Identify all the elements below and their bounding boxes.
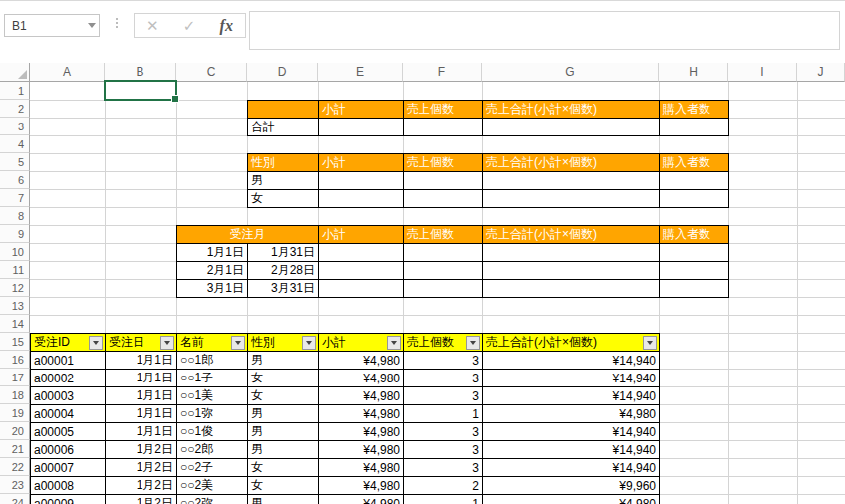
orders-header-cell[interactable]: 売上合計(小計×個数) (482, 333, 660, 352)
name-box-dropdown-icon[interactable] (88, 23, 96, 28)
orders-cell[interactable]: ○○1郎 (176, 351, 248, 370)
month-value-cell[interactable] (318, 243, 404, 262)
orders-header-cell[interactable]: 受注ID (30, 333, 106, 352)
row-header-22[interactable]: 22 (0, 458, 30, 476)
column-header-F[interactable]: F (403, 63, 482, 82)
month-value-cell[interactable] (482, 243, 660, 262)
month-header-cell[interactable]: 小計 (318, 225, 404, 244)
orders-cell[interactable]: 男 (247, 404, 319, 423)
orders-cell[interactable]: a00009 (30, 494, 106, 504)
orders-cell[interactable]: ¥4,980 (318, 422, 404, 441)
row-header-17[interactable]: 17 (0, 369, 30, 386)
orders-cell[interactable]: a00008 (30, 476, 106, 495)
orders-cell[interactable]: 1 (403, 494, 483, 504)
row-header-14[interactable]: 14 (0, 315, 30, 333)
orders-cell[interactable]: 2 (403, 476, 483, 495)
month-value-cell[interactable] (659, 279, 729, 298)
row-header-6[interactable]: 6 (0, 171, 30, 189)
totals-value-cell[interactable] (659, 118, 729, 136)
orders-cell[interactable]: 男 (247, 351, 319, 370)
filter-button[interactable] (302, 336, 316, 350)
row-header-16[interactable]: 16 (0, 351, 30, 369)
orders-cell[interactable]: ¥4,980 (318, 351, 404, 370)
row-header-19[interactable]: 19 (0, 404, 30, 422)
orders-cell[interactable]: ¥4,980 (318, 458, 404, 477)
row-header-1[interactable]: 1 (0, 82, 30, 100)
orders-cell[interactable]: 男 (247, 440, 319, 459)
row-header-18[interactable]: 18 (0, 386, 30, 404)
month-value-cell[interactable] (659, 243, 729, 262)
orders-cell[interactable]: ¥4,980 (318, 404, 404, 423)
totals-header-cell[interactable]: 購入者数 (659, 100, 729, 119)
filter-button[interactable] (231, 336, 245, 350)
month-start-cell[interactable]: 1月1日 (176, 243, 248, 262)
selected-cell-outline[interactable] (104, 80, 177, 101)
enter-icon[interactable]: ✓ (183, 18, 196, 33)
orders-cell[interactable]: a00005 (30, 422, 106, 441)
row-header-10[interactable]: 10 (0, 243, 30, 261)
orders-cell[interactable]: ○○1美 (176, 386, 248, 405)
row-header-24[interactable]: 24 (0, 494, 30, 504)
totals-header-cell[interactable] (247, 100, 319, 119)
orders-cell[interactable]: 3 (403, 458, 483, 477)
totals-row-label-cell[interactable]: 合計 (247, 118, 319, 136)
select-all-corner[interactable] (0, 63, 30, 82)
gender-row-label-cell[interactable]: 男 (247, 171, 319, 190)
gender-value-cell[interactable] (318, 189, 404, 208)
gender-value-cell[interactable] (659, 171, 729, 190)
gender-row-label-cell[interactable]: 女 (247, 189, 319, 208)
month-end-cell[interactable]: 3月31日 (247, 279, 319, 298)
orders-cell[interactable]: a00004 (30, 404, 106, 423)
orders-cell[interactable]: 1月2日 (105, 476, 177, 495)
column-header-G[interactable]: G (482, 63, 659, 82)
orders-cell[interactable]: 女 (247, 369, 319, 387)
row-header-4[interactable]: 4 (0, 135, 30, 153)
orders-header-cell[interactable]: 小計 (318, 333, 404, 352)
gender-value-cell[interactable] (482, 189, 660, 208)
orders-cell[interactable]: 3 (403, 351, 483, 370)
orders-cell[interactable]: a00001 (30, 351, 106, 370)
orders-cell[interactable]: ○○2郎 (176, 440, 248, 459)
orders-cell[interactable]: ¥4,980 (318, 476, 404, 495)
cancel-icon[interactable]: ✕ (146, 18, 159, 33)
orders-cell[interactable]: ¥14,940 (482, 440, 660, 459)
month-start-cell[interactable]: 3月1日 (176, 279, 248, 298)
gender-value-cell[interactable] (318, 171, 404, 190)
column-header-A[interactable]: A (30, 63, 105, 82)
orders-cell[interactable]: ¥9,960 (482, 476, 660, 495)
row-header-20[interactable]: 20 (0, 422, 30, 440)
orders-cell[interactable]: 1 (403, 404, 483, 423)
orders-cell[interactable]: ○○1俊 (176, 422, 248, 441)
filter-button[interactable] (89, 336, 103, 350)
gender-header-cell[interactable]: 小計 (318, 153, 404, 172)
orders-cell[interactable]: a00003 (30, 386, 106, 405)
orders-cell[interactable]: ¥14,940 (482, 351, 660, 370)
row-header-8[interactable]: 8 (0, 207, 30, 225)
gender-value-cell[interactable] (482, 171, 660, 190)
formula-bar-input[interactable] (249, 11, 840, 50)
row-header-12[interactable]: 12 (0, 279, 30, 297)
gender-value-cell[interactable] (403, 171, 483, 190)
insert-function-icon[interactable]: fx (220, 18, 233, 34)
gender-header-cell[interactable]: 購入者数 (659, 153, 729, 172)
orders-cell[interactable]: 1月1日 (105, 386, 177, 405)
month-header-cell[interactable]: 売上個数 (403, 225, 483, 244)
totals-value-cell[interactable] (482, 118, 660, 136)
orders-header-cell[interactable]: 受注日 (105, 333, 177, 352)
column-header-J[interactable]: J (797, 63, 845, 82)
row-header-23[interactable]: 23 (0, 476, 30, 494)
orders-cell[interactable]: 女 (247, 458, 319, 477)
orders-cell[interactable]: ¥14,940 (482, 386, 660, 405)
orders-cell[interactable]: ○○2美 (176, 476, 248, 495)
orders-cell[interactable]: a00006 (30, 440, 106, 459)
gender-value-cell[interactable] (659, 189, 729, 208)
gender-value-cell[interactable] (403, 189, 483, 208)
row-header-3[interactable]: 3 (0, 118, 30, 135)
orders-cell[interactable]: 女 (247, 476, 319, 495)
month-value-cell[interactable] (403, 279, 483, 298)
row-header-13[interactable]: 13 (0, 297, 30, 315)
column-header-I[interactable]: I (728, 63, 797, 82)
orders-cell[interactable]: 3 (403, 369, 483, 387)
month-value-cell[interactable] (482, 261, 660, 280)
orders-cell[interactable]: 男 (247, 422, 319, 441)
